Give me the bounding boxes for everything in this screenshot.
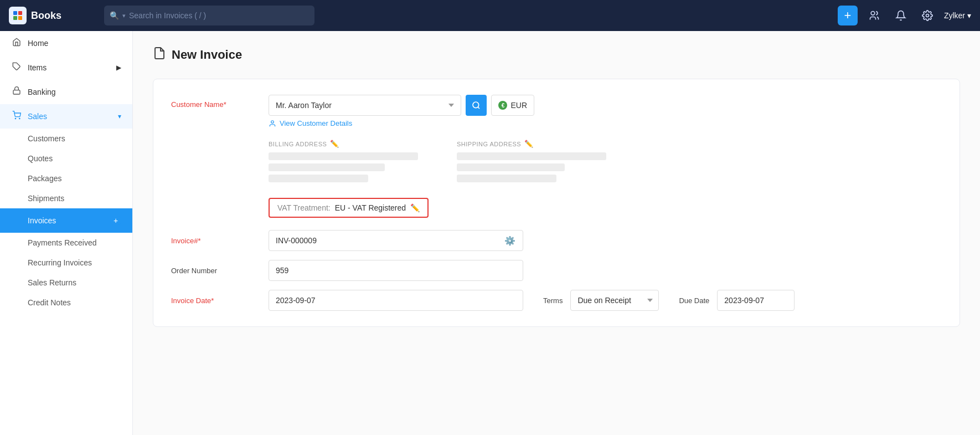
- customer-name-control: Mr. Aaron Taylor € EUR View Customer Det…: [269, 95, 534, 127]
- sidebar-banking-label: Banking: [28, 88, 56, 96]
- invoice-date-input[interactable]: [269, 290, 523, 311]
- order-number-row: Order Number: [171, 260, 942, 281]
- order-number-input[interactable]: [269, 260, 523, 281]
- svg-point-12: [271, 120, 274, 123]
- currency-badge: € EUR: [491, 95, 534, 116]
- sidebar-item-customers[interactable]: Customers: [0, 129, 132, 149]
- sidebar-item-credit-notes[interactable]: Credit Notes: [0, 293, 132, 313]
- sidebar-item-quotes[interactable]: Quotes: [0, 149, 132, 168]
- settings-icon[interactable]: [917, 6, 937, 25]
- sidebar-sales-returns-label: Sales Returns: [28, 278, 76, 287]
- terms-select[interactable]: Due on Receipt: [570, 290, 659, 311]
- invoice-date-row: Invoice Date* Terms Due on Receipt Due D…: [171, 290, 942, 311]
- terms-section: Terms Due on Receipt: [543, 290, 659, 311]
- search-icon: 🔍: [110, 11, 119, 20]
- sidebar-item-payments-received[interactable]: Payments Received: [0, 233, 132, 253]
- sidebar-invoices-label: Invoices: [28, 216, 105, 225]
- search-input[interactable]: [129, 11, 309, 20]
- search-bar[interactable]: 🔍 ▾: [104, 6, 314, 25]
- sidebar-quotes-label: Quotes: [28, 154, 53, 163]
- sidebar-item-sales-returns[interactable]: Sales Returns: [0, 273, 132, 293]
- svg-point-9: [19, 118, 20, 119]
- shipping-address-line1: [457, 152, 606, 160]
- invoices-add-button[interactable]: +: [110, 215, 121, 226]
- sales-icon: [11, 111, 22, 122]
- svg-rect-0: [13, 11, 17, 15]
- invoice-number-wrap: ⚙️: [269, 230, 523, 251]
- sidebar-items-label: Items: [28, 63, 47, 72]
- svg-point-4: [871, 12, 875, 16]
- invoice-date-wrap: [269, 290, 523, 311]
- shipping-address-line2: [457, 163, 565, 171]
- shipping-address-line3: [457, 175, 556, 182]
- customer-name-label: Customer Name*: [171, 95, 260, 109]
- svg-point-10: [473, 102, 479, 108]
- sidebar-packages-label: Packages: [28, 174, 61, 183]
- invoice-date-label: Invoice Date*: [171, 296, 260, 305]
- vat-treatment-value: EU - VAT Registered: [335, 203, 406, 212]
- create-new-button[interactable]: +: [838, 6, 858, 25]
- billing-address-line2: [269, 163, 385, 171]
- invoice-settings-icon[interactable]: ⚙️: [504, 236, 515, 246]
- billing-address-edit-icon[interactable]: ✏️: [330, 140, 339, 148]
- customer-name-select[interactable]: Mr. Aaron Taylor: [269, 95, 461, 116]
- sidebar-home-label: Home: [28, 39, 48, 48]
- sidebar-item-packages[interactable]: Packages: [0, 168, 132, 188]
- invoice-number-input[interactable]: [269, 230, 523, 251]
- items-icon: [11, 62, 22, 73]
- order-number-label: Order Number: [171, 267, 260, 275]
- view-customer-text: View Customer Details: [280, 119, 352, 127]
- invoice-number-label: Invoice#*: [171, 237, 260, 245]
- sidebar-item-recurring-invoices[interactable]: Recurring Invoices: [0, 253, 132, 273]
- main-content: New Invoice Customer Name* Mr. Aaron Tay…: [133, 31, 980, 435]
- sidebar-item-banking[interactable]: Banking: [0, 80, 132, 104]
- billing-address-line3: [269, 175, 368, 182]
- sidebar-credit-notes-label: Credit Notes: [28, 298, 71, 307]
- svg-rect-3: [18, 16, 22, 20]
- org-name: Zylker: [944, 11, 965, 20]
- svg-point-8: [15, 118, 16, 119]
- sidebar-recurring-label: Recurring Invoices: [28, 258, 92, 267]
- vat-treatment-row: VAT Treatment: EU - VAT Registered ✏️: [269, 198, 942, 218]
- org-dropdown-icon: ▾: [967, 11, 971, 20]
- svg-rect-7: [13, 90, 20, 94]
- top-navigation: Books 🔍 ▾ + Zylker ▾: [0, 0, 980, 31]
- notifications-icon[interactable]: [891, 6, 911, 25]
- due-date-label: Due Date: [679, 296, 709, 305]
- customer-name-row: Customer Name* Mr. Aaron Taylor € EUR: [171, 95, 942, 127]
- contacts-icon[interactable]: [864, 6, 884, 25]
- due-date-section: Due Date: [679, 290, 795, 311]
- sidebar: Home Items ▶ Banking Sales ▾ Customers: [0, 31, 133, 435]
- svg-rect-2: [13, 16, 17, 20]
- sidebar-item-home[interactable]: Home: [0, 31, 132, 55]
- logo-icon: [9, 7, 27, 24]
- shipping-address-box: SHIPPING ADDRESS ✏️: [457, 140, 623, 186]
- app-name: Books: [31, 10, 61, 22]
- items-arrow-icon: ▶: [116, 64, 121, 71]
- sidebar-item-items[interactable]: Items ▶: [0, 55, 132, 80]
- banking-icon: [11, 86, 22, 98]
- currency-label: EUR: [510, 101, 527, 110]
- address-row: BILLING ADDRESS ✏️ SHIPPING ADDRESS ✏️: [269, 140, 942, 186]
- billing-address-box: BILLING ADDRESS ✏️: [269, 140, 435, 186]
- search-dropdown-icon[interactable]: ▾: [122, 12, 126, 19]
- sidebar-payments-label: Payments Received: [28, 238, 97, 247]
- terms-label: Terms: [543, 296, 563, 305]
- due-date-input[interactable]: [717, 290, 795, 311]
- order-number-wrap: [269, 260, 523, 281]
- sidebar-item-shipments[interactable]: Shipments: [0, 188, 132, 208]
- sidebar-item-sales[interactable]: Sales ▾: [0, 104, 132, 129]
- org-selector[interactable]: Zylker ▾: [944, 11, 971, 20]
- customer-search-button[interactable]: [466, 95, 487, 116]
- vat-treatment-label: VAT Treatment:: [277, 203, 331, 212]
- sidebar-item-invoices[interactable]: Invoices +: [0, 208, 132, 233]
- shipping-address-edit-icon[interactable]: ✏️: [524, 140, 534, 148]
- page-title-icon: [153, 47, 166, 63]
- sidebar-sales-label: Sales: [28, 112, 47, 121]
- view-customer-link[interactable]: View Customer Details: [269, 119, 534, 127]
- invoice-number-row: Invoice#* ⚙️: [171, 230, 942, 251]
- sidebar-customers-label: Customers: [28, 134, 65, 143]
- vat-treatment-edit-icon[interactable]: ✏️: [410, 203, 420, 212]
- home-icon: [11, 38, 22, 49]
- sales-arrow-icon: ▾: [118, 112, 121, 120]
